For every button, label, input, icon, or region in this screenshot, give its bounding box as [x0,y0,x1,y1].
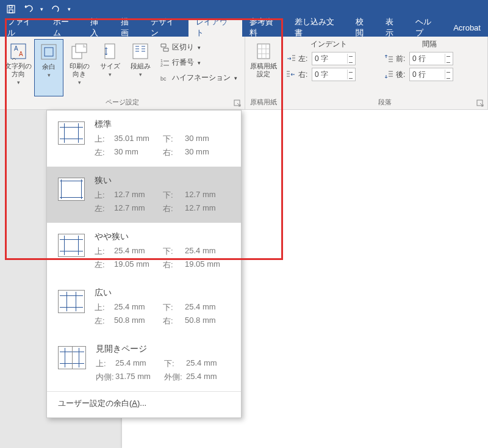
svg-rect-3 [11,44,26,59]
undo-icon [23,4,33,14]
title-bar: ▾ ▾ [0,0,488,18]
indent-right-icon [286,70,296,79]
spacing-after-icon [384,70,393,79]
orientation-label: 印刷の 向き [70,62,90,78]
indent-left-icon [286,54,296,63]
margin-option-wide[interactable]: 広い 上:25.4 mm下:25.4 mm 左:50.8 mm右:50.8 mm [47,279,241,335]
tab-draw[interactable]: 描画 [113,18,143,37]
size-label: サイズ [100,62,120,70]
svg-rect-0 [7,5,15,13]
tab-design[interactable]: デザイン [143,18,189,37]
svg-rect-7 [45,48,53,56]
qat-separator: ▾ [38,6,46,12]
margin-title: 狭い [95,175,230,186]
page-setup-small-column: 区切り ▾ 12 行番号 ▾ bc ハイフネーション ▾ [156,39,241,96]
margin-thumb-narrow-icon [58,178,85,201]
margins-dropdown: 標準 上:35.01 mm下:30 mm 左:30 mm右:30 mm 狭い 上… [46,110,242,418]
indent-right-input[interactable]: 0 字 [312,68,356,81]
line-numbers-button[interactable]: 12 行番号 ▾ [156,56,241,70]
margin-custom-option[interactable]: ユーザー設定の余白(A)... [47,391,241,417]
redo-button[interactable] [48,2,63,16]
line-numbers-label: 行番号 [172,57,194,68]
indent-left-label: 左: [298,54,309,64]
dialog-launcher-page-setup[interactable] [234,99,242,108]
group-label-manuscript: 原稿用紙 [249,96,278,109]
breaks-icon [160,43,170,52]
tab-review[interactable]: 校閲 [348,18,378,37]
indent-right-label: 右: [298,70,309,80]
orientation-button[interactable]: 印刷の 向き ▾ [65,39,94,96]
chevron-down-icon: ▾ [78,79,81,85]
ribbon-tabs: ファイル ホーム 挿入 描画 デザイン レイアウト 参考資料 差し込み文書 校閲… [0,18,488,37]
margin-values: 上:25.4 mm下:25.4 mm 内側:31.75 mm外側:25.4 mm [96,358,230,383]
breaks-button[interactable]: 区切り ▾ [156,40,241,54]
ribbon: AA 文字列の 方向 ▾ 余白 ▾ 印刷の 向き ▾ サイズ ▾ 段組み [0,37,488,110]
tab-insert[interactable]: 挿入 [83,18,113,37]
margin-option-mirrored[interactable]: 見開きページ 上:25.4 mm下:25.4 mm 内側:31.75 mm外側:… [47,335,241,391]
size-button[interactable]: サイズ ▾ [95,39,124,96]
indent-header: インデント [286,39,371,49]
svg-text:2: 2 [160,63,163,67]
qat-dropdown[interactable]: ▾ [65,6,73,12]
svg-rect-24 [257,44,270,59]
svg-text:1: 1 [160,59,163,63]
margins-label: 余白 [42,63,56,71]
margin-option-normal[interactable]: 標準 上:35.01 mm下:30 mm 左:30 mm右:30 mm [47,110,241,167]
hyphenation-button[interactable]: bc ハイフネーション ▾ [156,71,241,85]
chevron-down-icon: ▾ [109,71,112,78]
spacing-before-label: 前: [396,54,407,64]
chevron-down-icon: ▾ [198,45,201,51]
tab-references[interactable]: 参考資料 [242,18,288,37]
indent-left-input[interactable]: 0 字 [312,52,356,65]
manuscript-paper-button[interactable]: 原稿用紙 設定 [249,39,278,96]
chevron-down-icon: ▾ [234,75,237,81]
size-icon [100,42,120,61]
margin-thumb-moderate-icon [58,234,85,257]
columns-icon [131,42,150,61]
tab-help[interactable]: ヘルプ [408,18,446,37]
group-paragraph: インデント 左: 0 字 右: 0 字 間隔 [282,37,488,109]
tab-layout[interactable]: レイアウト [188,18,242,37]
svg-text:A: A [14,45,18,52]
tab-mailings[interactable]: 差し込み文書 [287,18,348,37]
chevron-down-icon: ▾ [139,71,142,78]
margin-values: 上:35.01 mm下:30 mm 左:30 mm右:30 mm [95,134,230,158]
tab-file[interactable]: ファイル [0,18,46,37]
spacing-before-icon [384,54,393,63]
margin-thumb-mirrored-icon [58,346,86,369]
group-manuscript: 原稿用紙 設定 原稿用紙 [245,37,282,109]
margin-option-moderate[interactable]: やや狭い 上:25.4 mm下:25.4 mm 左:19.05 mm右:19.0… [47,223,241,279]
columns-button[interactable]: 段組み ▾ [126,39,155,96]
svg-rect-1 [9,10,13,13]
columns-label: 段組み [131,62,151,70]
line-numbers-icon: 12 [160,58,170,68]
text-direction-button[interactable]: AA 文字列の 方向 ▾ [4,39,33,96]
margin-option-narrow[interactable]: 狭い 上:12.7 mm下:12.7 mm 左:12.7 mm右:12.7 mm [47,167,241,223]
chevron-down-icon: ▾ [198,60,201,66]
margin-thumb-wide-icon [58,290,85,313]
spacing-after-input[interactable]: 0 行 [409,68,453,81]
undo-button[interactable] [21,2,35,16]
margin-title: やや狭い [95,231,230,242]
spacing-before-input[interactable]: 0 行 [409,52,453,65]
manuscript-label: 原稿用紙 設定 [250,62,277,78]
chevron-down-icon: ▾ [48,72,51,78]
save-icon [6,4,16,14]
tab-home[interactable]: ホーム [46,18,84,37]
svg-rect-6 [41,45,56,59]
svg-text:A: A [19,51,23,57]
redo-icon [51,4,60,14]
text-direction-icon: AA [9,42,28,61]
svg-rect-2 [9,5,12,8]
margin-thumb-normal-icon [58,121,85,145]
margins-button[interactable]: 余白 ▾ [34,39,63,96]
group-label-page-setup: ページ設定 [4,96,241,109]
tab-view[interactable]: 表示 [378,18,408,37]
margins-icon [39,42,59,62]
margin-title: 標準 [95,119,230,130]
spacing-header: 間隔 [384,39,475,49]
dialog-launcher-paragraph[interactable] [476,99,485,108]
tab-acrobat[interactable]: Acrobat [446,18,488,37]
save-button[interactable] [4,2,18,16]
manuscript-icon [254,42,273,61]
